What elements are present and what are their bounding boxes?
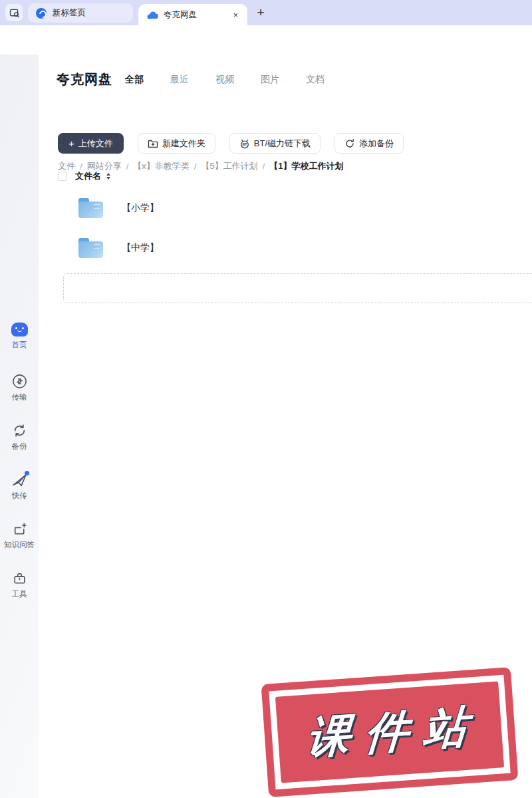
sidebar-item-home[interactable]: 首页	[0, 323, 39, 350]
sidebar-item-backup[interactable]: 备份	[0, 423, 39, 452]
file-name: 【中学】	[122, 242, 159, 254]
transfer-icon	[12, 374, 27, 389]
toolbox-icon	[12, 571, 27, 586]
folder-plus-icon	[148, 138, 158, 148]
folder-icon	[78, 238, 103, 258]
add-backup-button[interactable]: 添加备份	[334, 133, 404, 154]
tab-search-button[interactable]	[5, 4, 23, 21]
sidebar-item-label: 知识问答	[4, 540, 35, 550]
tab-close-icon[interactable]: ×	[231, 9, 239, 21]
knowledge-box-plus-icon	[12, 521, 27, 537]
filter-tab-video[interactable]: 视频	[215, 74, 234, 86]
new-tab-button[interactable]: +	[253, 5, 269, 21]
button-label: 上传文件	[78, 138, 113, 150]
svg-text:BT: BT	[242, 142, 247, 146]
filter-tab-recent[interactable]: 最近	[170, 74, 189, 86]
bt-magnet-download-button[interactable]: BT BT/磁力链下载	[229, 133, 321, 154]
filter-tab-image[interactable]: 图片	[261, 74, 279, 86]
sidebar-item-label: 传输	[12, 392, 27, 402]
button-label: 新建文件夹	[162, 138, 205, 150]
browser-nav-bar	[0, 25, 532, 55]
file-list-header: 文件名	[58, 170, 110, 182]
drag-drop-zone[interactable]	[63, 273, 532, 303]
breadcrumb-current: 【1】学校工作计划	[269, 160, 343, 172]
sidebar-item-label: 快传	[12, 491, 27, 501]
screen: 新标签页 夸克网盘 × +	[0, 0, 532, 798]
breadcrumb-separator: /	[126, 162, 129, 172]
sort-icon[interactable]	[106, 173, 110, 180]
select-all-checkbox[interactable]	[58, 172, 67, 181]
new-folder-button[interactable]: 新建文件夹	[138, 133, 215, 154]
button-label: BT/磁力链下载	[254, 138, 311, 150]
browser-tab-bar: 新标签页 夸克网盘 × +	[0, 0, 532, 25]
sidebar-item-transfer[interactable]: 传输	[0, 374, 39, 402]
watermark-text: 课件站	[295, 696, 484, 769]
watermark-stamp: 课件站	[261, 667, 519, 797]
sync-circle-icon	[344, 138, 355, 149]
sidebar: 首页 传输 备份 快传	[0, 55, 39, 798]
filter-tab-doc[interactable]: 文档	[306, 74, 325, 86]
column-header-filename: 文件名	[75, 170, 101, 182]
browser-tab-quark-drive[interactable]: 夸克网盘 ×	[138, 4, 247, 25]
action-buttons: + 上传文件 新建文件夹 BT BT/磁力链下载	[58, 133, 404, 154]
backup-sync-icon	[12, 423, 27, 438]
sidebar-item-label: 首页	[12, 340, 27, 350]
file-row-middle-school[interactable]: 【中学】	[39, 233, 532, 263]
tab-title: 夸克网盘	[164, 9, 226, 21]
browser-tab-newtab[interactable]: 新标签页	[28, 3, 133, 23]
home-cloud-smiley-icon	[11, 323, 28, 336]
page-title: 夸克网盘	[57, 70, 112, 88]
file-name: 【小学】	[122, 202, 159, 214]
button-label: 添加备份	[359, 138, 394, 150]
notification-dot	[25, 471, 29, 475]
filter-tabs: 全部 最近 视频 图片 文档	[125, 74, 325, 86]
upload-file-button[interactable]: + 上传文件	[58, 133, 124, 154]
tab-title: 新标签页	[53, 7, 86, 19]
bt-robot-icon: BT	[239, 138, 250, 149]
filter-tab-all[interactable]: 全部	[125, 74, 144, 86]
breadcrumb-separator: /	[263, 162, 265, 172]
sidebar-item-knowledge-qa[interactable]: 知识问答	[0, 521, 39, 550]
file-row-primary-school[interactable]: 【小学】	[39, 193, 532, 223]
sidebar-item-quick-send[interactable]: 快传	[0, 472, 39, 501]
breadcrumb-separator: /	[194, 162, 197, 172]
sidebar-item-tools[interactable]: 工具	[0, 571, 39, 599]
folder-icon	[78, 198, 103, 218]
breadcrumb-segment[interactable]: 【5】工作计划	[201, 160, 257, 172]
plus-icon: +	[68, 138, 74, 148]
tab-search-icon	[9, 7, 20, 19]
sidebar-item-label: 工具	[12, 589, 27, 599]
quark-logo-icon	[36, 8, 47, 19]
cloud-drive-icon	[146, 10, 158, 20]
sidebar-item-label: 备份	[12, 442, 27, 452]
watermark-stamp-inner: 课件站	[275, 681, 504, 783]
breadcrumb-segment[interactable]: 【x】非教学类	[133, 160, 190, 172]
